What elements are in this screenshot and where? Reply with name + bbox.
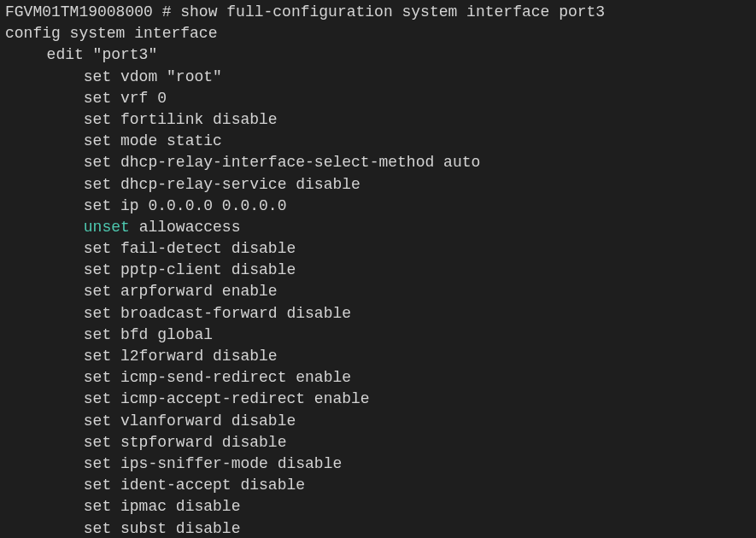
config-line: set icmp-accept-redirect enable xyxy=(5,389,751,410)
prompt-hash-symbol: # xyxy=(162,3,172,20)
config-line: set l2forward disable xyxy=(5,346,751,367)
config-line: set subst disable xyxy=(5,518,751,539)
config-line: set fortilink disable xyxy=(5,109,751,131)
config-output-block: set vdom "root"set vrf 0set fortilink di… xyxy=(5,67,751,538)
unset-keyword: unset xyxy=(84,219,130,236)
hostname: FGVM01TM19008000 xyxy=(5,3,153,20)
config-line: set dhcp-relay-interface-select-method a… xyxy=(5,152,751,173)
config-line: set icmp-send-redirect enable xyxy=(5,367,751,389)
config-line: set dhcp-relay-service disable xyxy=(5,174,751,196)
config-line: unset allowaccess xyxy=(5,217,751,238)
config-line: set fail-detect disable xyxy=(5,238,751,260)
config-line: set broadcast-forward disable xyxy=(5,303,751,325)
config-line: set vrf 0 xyxy=(5,88,751,109)
prompt-line: FGVM01TM19008000 # show full-configurati… xyxy=(5,2,751,23)
config-line: set bfd global xyxy=(5,325,751,346)
command-text: show full-configuration system interface… xyxy=(180,3,605,20)
config-line: set ident-accept disable xyxy=(5,475,751,496)
config-line: set mode static xyxy=(5,131,751,152)
config-value: allowaccess xyxy=(130,219,241,236)
config-line: set vlanforward disable xyxy=(5,411,751,432)
config-line: set stpforward disable xyxy=(5,432,751,453)
config-line: set ip 0.0.0.0 0.0.0.0 xyxy=(5,196,751,217)
config-line: set vdom "root" xyxy=(5,67,751,88)
config-line: set arpforward enable xyxy=(5,281,751,302)
config-line: set pptp-client disable xyxy=(5,260,751,281)
config-header: config system interface xyxy=(5,23,751,44)
config-line: set ipmac disable xyxy=(5,496,751,518)
edit-line: edit "port3" xyxy=(5,44,751,66)
config-line: set ips-sniffer-mode disable xyxy=(5,453,751,475)
